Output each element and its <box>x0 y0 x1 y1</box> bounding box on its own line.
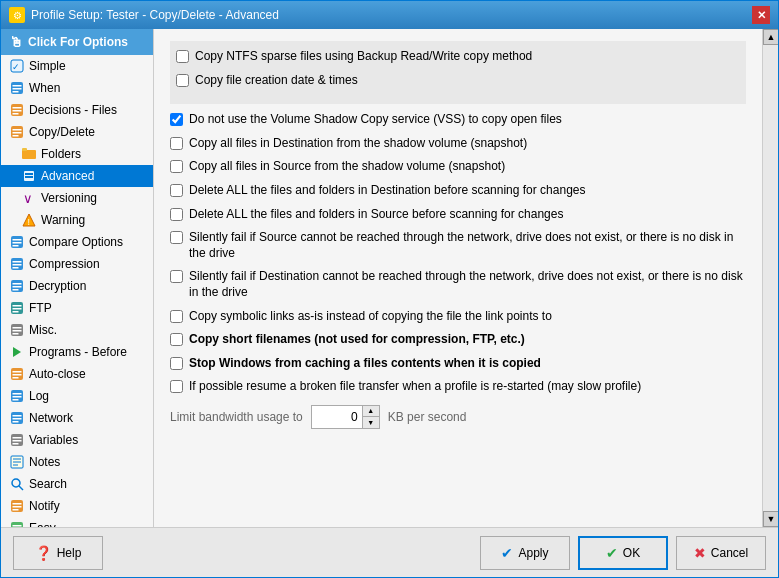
sidebar-item-compression[interactable]: Compression <box>1 253 153 275</box>
checkbox-stop-caching[interactable] <box>170 357 183 370</box>
versioning-icon: ∨ <box>21 190 37 206</box>
sidebar-item-warning[interactable]: !Warning <box>1 209 153 231</box>
log-label: Log <box>29 389 49 403</box>
sidebar-item-variables[interactable]: Variables <box>1 429 153 451</box>
svg-rect-31 <box>13 267 19 269</box>
sidebar-header[interactable]: 🖱 Click For Options <box>1 29 153 55</box>
label-vss: Do not use the Volume Shadow Copy servic… <box>189 112 562 128</box>
title-bar: ⚙ Profile Setup: Tester - Copy/Delete - … <box>1 1 778 29</box>
sidebar-item-copy-delete[interactable]: Copy/Delete <box>1 121 153 143</box>
misc-label: Misc. <box>29 323 57 337</box>
copy-delete-icon <box>9 124 25 140</box>
compression-label: Compression <box>29 257 100 271</box>
sidebar: 🖱 Click For Options ✓SimpleWhenDecisions… <box>1 29 154 527</box>
search-icon <box>9 476 25 492</box>
checkbox-file-creation[interactable] <box>176 74 189 87</box>
main-panel: Copy NTFS sparse files using Backup Read… <box>154 29 762 527</box>
sidebar-item-advanced[interactable]: Advanced <box>1 165 153 187</box>
option-row-fail-src: Silently fail if Source cannot be reache… <box>170 230 746 261</box>
sidebar-item-log[interactable]: Log <box>1 385 153 407</box>
checkbox-ntfs-sparse[interactable] <box>176 50 189 63</box>
svg-rect-43 <box>13 333 19 335</box>
label-short-filenames: Copy short filenames (not used for compr… <box>189 332 525 348</box>
sidebar-item-ftp[interactable]: FTP <box>1 297 153 319</box>
checkbox-vss[interactable] <box>170 113 183 126</box>
apply-button[interactable]: ✔ Apply <box>480 536 570 570</box>
network-label: Network <box>29 411 73 425</box>
checkbox-fail-src[interactable] <box>170 231 183 244</box>
option-row-symbolic-links: Copy symbolic links as-is instead of cop… <box>170 309 746 325</box>
sidebar-item-easy[interactable]: Easy <box>1 517 153 527</box>
easy-icon <box>9 520 25 527</box>
bandwidth-label: Limit bandwidth usage to <box>170 410 303 424</box>
footer-left: ❓ Help <box>13 536 103 570</box>
sidebar-item-notify[interactable]: Notify <box>1 495 153 517</box>
checkbox-fail-dest[interactable] <box>170 270 183 283</box>
help-button[interactable]: ❓ Help <box>13 536 103 570</box>
svg-rect-48 <box>13 377 19 379</box>
svg-text:✓: ✓ <box>12 62 20 72</box>
svg-rect-5 <box>13 91 19 93</box>
checkbox-short-filenames[interactable] <box>170 333 183 346</box>
svg-rect-37 <box>13 305 22 307</box>
scroll-thumb[interactable] <box>763 45 778 511</box>
sidebar-item-when[interactable]: When <box>1 77 153 99</box>
checkbox-symbolic-links[interactable] <box>170 310 183 323</box>
sidebar-item-misc[interactable]: Misc. <box>1 319 153 341</box>
svg-rect-35 <box>13 289 19 291</box>
svg-rect-46 <box>13 371 22 373</box>
notes-icon <box>9 454 25 470</box>
sidebar-item-decisions-files[interactable]: Decisions - Files <box>1 99 153 121</box>
sidebar-item-search[interactable]: Search <box>1 473 153 495</box>
svg-rect-59 <box>13 440 22 442</box>
window-icon: ⚙ <box>9 7 25 23</box>
close-button[interactable]: ✕ <box>752 6 770 24</box>
simple-icon: ✓ <box>9 58 25 74</box>
scroll-up-button[interactable]: ▲ <box>763 29 778 45</box>
svg-rect-34 <box>13 286 22 288</box>
option-row-src-shadow: Copy all files in Source from the shadow… <box>170 159 746 175</box>
label-stop-caching: Stop Windows from caching a files conten… <box>189 356 541 372</box>
bandwidth-input[interactable] <box>312 408 362 426</box>
svg-rect-50 <box>13 393 22 395</box>
svg-rect-11 <box>13 129 22 131</box>
svg-rect-9 <box>13 113 19 115</box>
sidebar-item-notes[interactable]: Notes <box>1 451 153 473</box>
checkbox-src-shadow[interactable] <box>170 160 183 173</box>
footer: ❓ Help ✔ Apply ✔ OK ✖ Cancel <box>1 527 778 577</box>
bandwidth-spin-down[interactable]: ▼ <box>363 417 379 428</box>
sidebar-item-compare-options[interactable]: Compare Options <box>1 231 153 253</box>
cancel-button[interactable]: ✖ Cancel <box>676 536 766 570</box>
decryption-icon <box>9 278 25 294</box>
svg-rect-38 <box>13 308 22 310</box>
footer-right: ✔ Apply ✔ OK ✖ Cancel <box>480 536 766 570</box>
ok-button[interactable]: ✔ OK <box>578 536 668 570</box>
svg-rect-4 <box>13 88 22 90</box>
sidebar-item-programs-before[interactable]: Programs - Before <box>1 341 153 363</box>
svg-rect-39 <box>13 311 19 313</box>
search-label: Search <box>29 477 67 491</box>
svg-rect-47 <box>13 374 22 376</box>
auto-close-icon <box>9 366 25 382</box>
bandwidth-spin-up[interactable]: ▲ <box>363 406 379 417</box>
folders-label: Folders <box>41 147 81 161</box>
sidebar-item-versioning[interactable]: ∨Versioning <box>1 187 153 209</box>
checkbox-delete-dest[interactable] <box>170 184 183 197</box>
checkbox-dest-shadow[interactable] <box>170 137 183 150</box>
sidebar-item-decryption[interactable]: Decryption <box>1 275 153 297</box>
svg-rect-56 <box>13 421 19 423</box>
label-resume-broken: If possible resume a broken file transfe… <box>189 379 641 395</box>
svg-rect-58 <box>13 437 22 439</box>
sidebar-item-network[interactable]: Network <box>1 407 153 429</box>
sidebar-item-folders[interactable]: Folders <box>1 143 153 165</box>
sidebar-item-auto-close[interactable]: Auto-close <box>1 363 153 385</box>
scroll-down-button[interactable]: ▼ <box>763 511 778 527</box>
misc-icon <box>9 322 25 338</box>
sidebar-item-simple[interactable]: ✓Simple <box>1 55 153 77</box>
cancel-icon: ✖ <box>694 545 706 561</box>
checkbox-resume-broken[interactable] <box>170 380 183 393</box>
svg-rect-16 <box>22 148 27 151</box>
programs-before-label: Programs - Before <box>29 345 127 359</box>
checkbox-delete-src[interactable] <box>170 208 183 221</box>
svg-rect-7 <box>13 107 22 109</box>
